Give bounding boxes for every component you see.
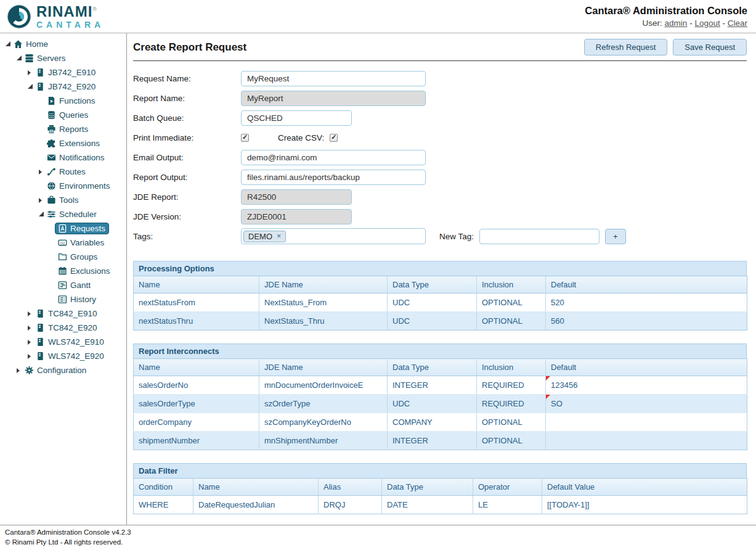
sidebar-item-exclusions[interactable]: Exclusions — [0, 264, 126, 278]
sidebar-item-configuration[interactable]: Configuration — [0, 363, 126, 377]
column-header-default[interactable]: Default — [546, 276, 747, 294]
cell-inclusion[interactable]: OPTIONAL — [477, 294, 546, 312]
cell-name[interactable]: nextStatusThru — [134, 312, 259, 331]
column-header-default[interactable]: Default — [546, 359, 747, 376]
cell-name[interactable]: salesOrderType — [134, 395, 259, 413]
cell-jde-name[interactable]: NextStatus_Thru — [259, 312, 388, 331]
tree-node-content[interactable]: Reports — [44, 123, 92, 135]
tree-node-content[interactable]: Gantt — [55, 279, 94, 291]
sidebar-item-servers[interactable]: Servers — [0, 51, 126, 65]
cell-jde-name[interactable]: szOrderType — [259, 395, 388, 413]
cell-data-type[interactable]: COMPANY — [388, 413, 477, 432]
sidebar-item-scheduler[interactable]: Scheduler — [0, 207, 126, 221]
cell-name[interactable]: nextStatusFrom — [134, 294, 259, 312]
table-row[interactable]: salesOrderNomnDocumentOrderInvoiceEINTEG… — [134, 376, 747, 395]
cell-inclusion[interactable]: OPTIONAL — [477, 312, 546, 331]
cell-name[interactable]: shipmentNumber — [134, 432, 259, 450]
column-header-name[interactable]: Name — [134, 276, 259, 294]
sidebar-item-history[interactable]: History — [0, 292, 126, 306]
new-tag-input[interactable] — [479, 229, 600, 244]
sidebar-item-requests[interactable]: Requests — [0, 221, 126, 236]
sidebar-item-routes[interactable]: Routes — [0, 165, 126, 179]
tag-chip[interactable]: DEMO × — [243, 231, 286, 242]
tree-node-content[interactable]: WLS742_E910 — [33, 336, 108, 348]
cell-jde-name[interactable]: mnDocumentOrderInvoiceE — [259, 376, 388, 395]
tree-node-content[interactable]: Scheduler — [44, 208, 100, 220]
sidebar-item-groups[interactable]: Groups — [0, 250, 126, 264]
cell-name[interactable]: salesOrderNo — [134, 376, 259, 395]
tree-node-content[interactable]: Servers — [22, 52, 70, 64]
table-row[interactable]: shipmentNumbermnShipmentNumberINTEGEROPT… — [134, 432, 747, 450]
clear-link[interactable]: Clear — [728, 18, 747, 28]
column-header-data-type[interactable]: Data Type — [382, 479, 473, 496]
sidebar-item-functions[interactable]: Functions — [0, 94, 126, 108]
tree-node-content[interactable]: Groups — [55, 251, 101, 263]
tree-node-content[interactable]: Extensions — [44, 138, 104, 149]
tree-node-content[interactable]: TC842_E920 — [33, 322, 101, 334]
cell-default[interactable] — [546, 413, 747, 432]
column-header-name[interactable]: Name — [134, 359, 259, 376]
tree-node-content[interactable]: JB742_E920 — [33, 81, 99, 92]
sidebar-item-tools[interactable]: Tools — [0, 193, 126, 207]
cell-inclusion[interactable]: OPTIONAL — [477, 432, 546, 450]
create-csv-checkbox[interactable] — [330, 134, 338, 142]
tree-node-content[interactable]: Queries — [44, 109, 92, 121]
print-immediate-checkbox[interactable] — [241, 134, 249, 142]
cell-default[interactable]: 520 — [546, 294, 747, 312]
tree-node-content[interactable]: Notifications — [44, 152, 108, 163]
sidebar-item-notifications[interactable]: Notifications — [0, 150, 126, 165]
sidebar-item-variables[interactable]: (x)Variables — [0, 236, 126, 250]
tags-input[interactable]: DEMO × — [241, 228, 426, 244]
sidebar-item-wls742-e910[interactable]: WLS742_E910 — [0, 335, 126, 349]
save-request-button[interactable]: Save Request — [673, 39, 747, 56]
sidebar-item-tc842-e920[interactable]: TC842_E920 — [0, 321, 126, 335]
tree-node-content[interactable]: Functions — [44, 95, 99, 107]
column-header-condition[interactable]: Condition — [134, 479, 193, 496]
cell-default-value[interactable]: [[TODAY-1]] — [542, 496, 747, 514]
sidebar-item-extensions[interactable]: Extensions — [0, 136, 126, 150]
tree-node-content[interactable]: (x)Variables — [55, 237, 108, 249]
tree-node-content[interactable]: Home — [10, 38, 52, 50]
sidebar-item-queries[interactable]: Queries — [0, 108, 126, 122]
tree-node-content[interactable]: History — [55, 294, 100, 305]
tag-remove-icon[interactable]: × — [277, 232, 281, 240]
table-row[interactable]: salesOrderTypeszOrderTypeUDCREQUIREDSO — [134, 395, 747, 413]
cell-name[interactable]: orderCompany — [134, 413, 259, 432]
column-header-alias[interactable]: Alias — [319, 479, 382, 496]
table-row[interactable]: WHEREDateRequestedJulianDRQJDATELE[[TODA… — [134, 496, 747, 514]
cell-default[interactable]: 123456 — [546, 376, 747, 395]
add-tag-button[interactable]: + — [605, 229, 626, 244]
cell-data-type[interactable]: UDC — [388, 395, 477, 413]
sidebar-item-jb742-e920[interactable]: JB742_E920 — [0, 80, 126, 94]
tree-node-content[interactable]: Configuration — [22, 364, 90, 376]
tree-node-content[interactable]: Environments — [44, 180, 114, 192]
cell-inclusion[interactable]: OPTIONAL — [477, 413, 546, 432]
request-name-input[interactable] — [241, 71, 426, 86]
cell-operator[interactable]: LE — [473, 496, 542, 514]
tree-node-content[interactable]: TC842_E910 — [33, 308, 101, 319]
tree-node-content[interactable]: Exclusions — [55, 265, 114, 277]
cell-default[interactable] — [546, 432, 747, 450]
cell-default[interactable]: SO — [546, 395, 747, 413]
cell-data-type[interactable]: DATE — [382, 496, 473, 514]
table-row[interactable]: orderCompanyszCompanyKeyOrderNoCOMPANYOP… — [134, 413, 747, 432]
sidebar-item-jb742-e910[interactable]: JB742_E910 — [0, 65, 126, 80]
cell-name[interactable]: DateRequestedJulian — [193, 496, 319, 514]
cell-inclusion[interactable]: REQUIRED — [477, 395, 546, 413]
logout-link[interactable]: Logout — [694, 18, 720, 28]
column-header-default-value[interactable]: Default Value — [542, 479, 747, 496]
column-header-operator[interactable]: Operator — [473, 479, 542, 496]
user-link[interactable]: admin — [665, 18, 688, 28]
tree-node-content[interactable]: JB742_E910 — [33, 67, 99, 78]
cell-data-type[interactable]: UDC — [388, 294, 477, 312]
table-row[interactable]: nextStatusFromNextStatus_FromUDCOPTIONAL… — [134, 294, 747, 312]
cell-data-type[interactable]: UDC — [388, 312, 477, 331]
cell-inclusion[interactable]: REQUIRED — [477, 376, 546, 395]
cell-jde-name[interactable]: szCompanyKeyOrderNo — [259, 413, 388, 432]
tree-node-content[interactable]: Tools — [44, 194, 83, 206]
refresh-request-button[interactable]: Refresh Request — [584, 39, 668, 56]
cell-data-type[interactable]: INTEGER — [388, 432, 477, 450]
cell-data-type[interactable]: INTEGER — [388, 376, 477, 395]
cell-condition[interactable]: WHERE — [134, 496, 193, 514]
sidebar-item-gantt[interactable]: Gantt — [0, 278, 126, 292]
